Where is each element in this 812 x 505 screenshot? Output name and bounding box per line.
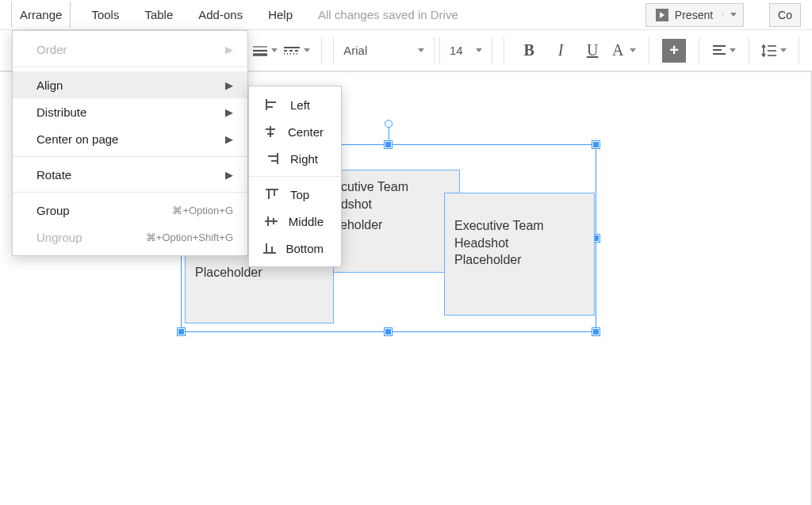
menu-rotate[interactable]: Rotate ▶ (13, 161, 247, 188)
menu-group[interactable]: Group ⌘+Option+G (13, 197, 247, 224)
text-color-button[interactable]: A (611, 37, 638, 64)
line-spacing-button[interactable] (760, 37, 787, 64)
menu-ungroup[interactable]: Ungroup ⌘+Option+Shift+G (13, 224, 247, 251)
menu-center-on-page[interactable]: Center on page ▶ (13, 125, 247, 152)
align-top-icon (262, 188, 282, 201)
font-size-select[interactable]: 14 (439, 37, 492, 64)
rotate-handle[interactable] (385, 120, 393, 128)
present-icon (656, 9, 668, 21)
italic-button[interactable]: I (547, 37, 574, 64)
chevron-right-icon: ▶ (225, 44, 233, 55)
sel-handle-se[interactable] (592, 328, 599, 335)
insert-comment-button[interactable]: + (661, 37, 688, 64)
font-family-select[interactable]: Arial (333, 37, 435, 64)
present-dropdown[interactable] (722, 13, 743, 17)
arrange-menu-panel: Order ▶ Align ▶ Distribute ▶ Center on p… (12, 30, 248, 256)
align-left[interactable]: Left (249, 91, 341, 118)
align-submenu-panel: Left Center Right Top Middle Bottom (248, 86, 342, 267)
shape-box-2-line2: adshot (334, 196, 450, 213)
shape-box-3-line2: Headshot (454, 235, 584, 252)
sel-handle-n[interactable] (385, 141, 392, 148)
shape-box-3-line3: Placeholder (454, 251, 584, 269)
shape-box-2-line1: ecutive Team (334, 178, 450, 196)
group-shortcut: ⌘+Option+G (172, 205, 233, 216)
menu-tools[interactable]: Tools (86, 2, 124, 28)
menu-addons[interactable]: Add-ons (193, 2, 247, 28)
menubar: Arrange Tools Table Add-ons Help All cha… (0, 0, 812, 30)
comments-button[interactable]: Co (769, 3, 801, 27)
align-top[interactable]: Top (249, 181, 341, 208)
shape-box-3[interactable]: Executive Team Headshot Placeholder (444, 193, 595, 316)
line-weight-button[interactable] (251, 37, 278, 64)
present-label: Present (675, 9, 713, 21)
align-right-icon (262, 152, 282, 165)
align-right[interactable]: Right (249, 145, 341, 172)
line-dash-button[interactable] (283, 37, 310, 64)
menu-help[interactable]: Help (263, 2, 297, 28)
bold-button[interactable]: B (515, 37, 542, 64)
chevron-right-icon: ▶ (225, 79, 233, 91)
align-middle-icon (262, 215, 281, 228)
sel-handle-sw[interactable] (178, 328, 185, 335)
menu-align[interactable]: Align ▶ (13, 71, 247, 98)
menu-distribute[interactable]: Distribute ▶ (13, 98, 247, 125)
align-button[interactable] (710, 37, 737, 64)
sel-handle-s[interactable] (385, 328, 392, 335)
align-middle[interactable]: Middle (249, 208, 341, 235)
menu-table[interactable]: Table (140, 2, 178, 28)
chevron-right-icon: ▶ (225, 133, 233, 145)
save-status: All changes saved in Drive (318, 8, 458, 21)
ungroup-shortcut: ⌘+Option+Shift+G (146, 231, 233, 243)
chevron-right-icon: ▶ (225, 169, 233, 181)
align-bottom[interactable]: Bottom (249, 235, 341, 262)
sel-handle-ne[interactable] (592, 141, 599, 148)
shape-box-3-line1: Executive Team (454, 217, 584, 235)
align-bottom-icon (262, 242, 278, 254)
chevron-right-icon: ▶ (225, 106, 233, 118)
menu-arrange[interactable]: Arrange (11, 2, 71, 28)
font-family-value: Arial (343, 44, 367, 57)
underline-button[interactable]: U (579, 37, 606, 64)
menu-order[interactable]: Order ▶ (13, 36, 247, 63)
present-button[interactable]: Present (645, 3, 744, 27)
align-center-icon (262, 125, 280, 138)
font-size-value: 14 (450, 44, 463, 57)
align-left-icon (262, 98, 282, 111)
align-center[interactable]: Center (249, 118, 341, 145)
